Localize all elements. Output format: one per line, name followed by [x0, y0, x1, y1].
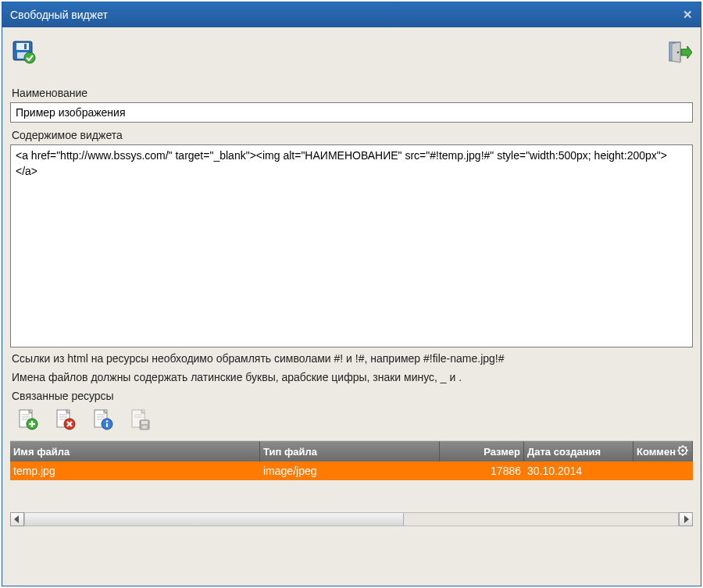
svg-point-7: [677, 52, 680, 54]
svg-rect-32: [106, 423, 108, 427]
svg-point-31: [106, 420, 109, 422]
col-header-name[interactable]: Имя файла: [10, 441, 260, 461]
col-header-date[interactable]: Дата создания: [524, 441, 633, 461]
name-label: Наименование: [12, 87, 693, 99]
titlebar: Свободный виджет ✕: [2, 2, 701, 27]
cell-comment: [633, 461, 693, 480]
horizontal-scrollbar[interactable]: [10, 511, 693, 527]
resources-label: Связанные ресурсы: [12, 390, 693, 402]
cell-name: temp.jpg: [10, 461, 260, 480]
dialog-window: Свободный виджет ✕: [2, 2, 701, 586]
scroll-left-arrow[interactable]: [10, 512, 24, 526]
document-save-icon: [129, 408, 152, 432]
cell-size: 17886: [440, 461, 524, 480]
scroll-right-arrow[interactable]: [679, 512, 693, 526]
table-header: Имя файла Тип файла Размер Дата создания…: [10, 441, 693, 461]
main-toolbar: [10, 35, 693, 69]
resources-toolbar: [16, 408, 693, 434]
resources-table: Имя файла Тип файла Размер Дата создания…: [10, 440, 693, 480]
table-row[interactable]: temp.jpg image/jpeg 17886 30.10.2014: [10, 461, 693, 480]
content-area: Наименование Содержимое виджета <a href=…: [2, 27, 701, 586]
svg-rect-3: [24, 44, 27, 49]
svg-rect-39: [142, 426, 147, 429]
svg-point-4: [24, 52, 35, 63]
delete-resource-button[interactable]: [54, 408, 77, 434]
svg-marker-50: [14, 515, 19, 523]
svg-rect-1: [16, 43, 29, 50]
svg-rect-38: [141, 421, 148, 424]
floppy-save-icon: [11, 39, 37, 66]
close-icon[interactable]: ✕: [683, 8, 693, 22]
document-delete-icon: [54, 408, 77, 432]
svg-marker-8: [681, 46, 692, 59]
svg-marker-51: [684, 515, 689, 523]
col-header-type[interactable]: Тип файла: [260, 441, 440, 461]
name-input[interactable]: [10, 102, 693, 123]
svg-line-49: [686, 447, 687, 448]
content-label: Содержимое виджета: [12, 129, 693, 141]
hint-text-1: Ссылки из html на ресурсы необходимо обр…: [12, 352, 693, 365]
cell-type: image/jpeg: [260, 461, 440, 480]
save-button[interactable]: [10, 38, 38, 66]
document-info-icon: [91, 408, 115, 432]
add-resource-button[interactable]: [16, 408, 40, 434]
door-exit-icon: [666, 39, 692, 66]
col-header-size[interactable]: Размер: [440, 441, 524, 461]
scroll-track[interactable]: [24, 512, 679, 526]
document-plus-icon: [16, 408, 40, 432]
svg-line-47: [686, 454, 687, 455]
chevron-right-icon: [683, 515, 689, 523]
gear-icon[interactable]: [676, 444, 689, 457]
col-header-comment[interactable]: Коммен: [633, 441, 693, 461]
window-title: Свободный виджет: [10, 9, 108, 21]
cell-date: 30.10.2014: [524, 461, 633, 480]
chevron-left-icon: [14, 515, 20, 523]
save-resource-button[interactable]: [129, 408, 152, 434]
content-textarea[interactable]: <a href="http://www.bssys.com/" target="…: [10, 144, 693, 347]
info-resource-button[interactable]: [91, 408, 115, 434]
scroll-thumb[interactable]: [25, 513, 404, 526]
hint-text-2: Имена файлов должны содержать латинские …: [12, 371, 693, 383]
svg-marker-6: [672, 42, 680, 62]
svg-line-46: [679, 447, 680, 448]
svg-line-48: [679, 454, 680, 455]
exit-button[interactable]: [665, 38, 693, 66]
svg-point-41: [681, 449, 683, 451]
